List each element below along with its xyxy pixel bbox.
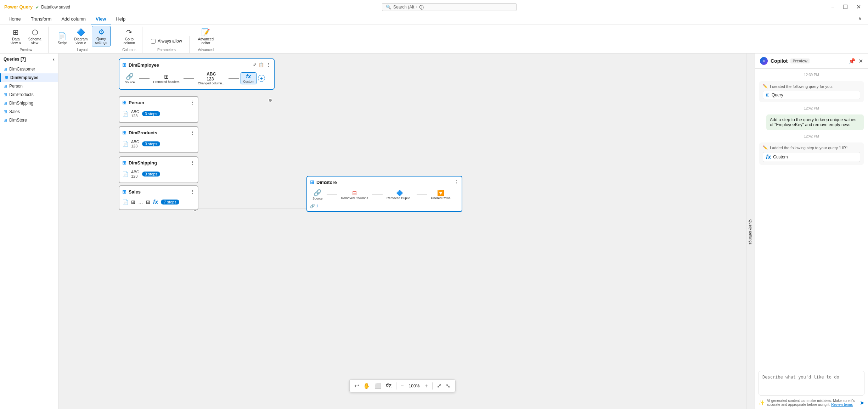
sidebar-item-dimemployee[interactable]: ⊞ DimEmployee bbox=[0, 73, 58, 82]
main-layout: Queries [7] ‹ ⊞ DimCustomer ⊞ DimEmploye… bbox=[0, 54, 868, 409]
node-sales-menu[interactable]: ⋮ bbox=[190, 189, 195, 195]
step-removed-duplicates[interactable]: 🔷 Removed Duplic... bbox=[384, 189, 415, 201]
node-dimemployee-menu[interactable]: ⋮ bbox=[266, 62, 271, 68]
table-ref-icon: ⊞ bbox=[766, 93, 770, 97]
node-dimproducts-menu[interactable]: ⋮ bbox=[190, 130, 195, 135]
tab-transform[interactable]: Transform bbox=[26, 14, 57, 24]
msg-ai-text: I added the following step to your query… bbox=[770, 146, 849, 150]
msg-system-text: I created the following query for you: bbox=[770, 84, 833, 89]
query-settings-side-label: Query settings bbox=[749, 219, 753, 245]
step-removed-columns[interactable]: ⊟ Removed Columns bbox=[339, 189, 371, 201]
schema-view-label: Schemaview bbox=[28, 37, 41, 45]
step-dimstore-source[interactable]: 🔗 Source bbox=[310, 188, 325, 201]
canvas[interactable]: ⊞ DimEmployee ⤢ 📋 ⋮ 🔗 Source ⊞ bbox=[58, 54, 746, 409]
close-button[interactable]: ✕ bbox=[853, 4, 864, 10]
script-button[interactable]: 📄 Script bbox=[54, 30, 70, 46]
search-box[interactable]: 🔍 Search (Alt + Q) bbox=[382, 3, 517, 11]
maximize-button[interactable]: ☐ bbox=[840, 4, 851, 10]
timestamp-1239: 12:39 PM bbox=[759, 73, 864, 77]
copilot-close-button[interactable]: ✕ bbox=[858, 58, 863, 65]
diagram-view-button[interactable]: 🔷 Diagramview ∨ bbox=[71, 27, 90, 46]
sidebar-item-dimcustomer[interactable]: ⊞ DimCustomer bbox=[0, 65, 58, 73]
msg-custom-ref[interactable]: fx Custom bbox=[763, 152, 860, 162]
data-view-button[interactable]: ⊞ Dataview ∨ bbox=[8, 27, 24, 46]
step-filtered-rows[interactable]: 🔽 Filtered Rows bbox=[429, 189, 453, 201]
node-dimshipping-header: ⊞ DimShipping ⋮ bbox=[122, 160, 195, 166]
sidebar-item-label: DimEmployee bbox=[10, 75, 38, 80]
timestamp-1242-1: 12:42 PM bbox=[759, 106, 864, 110]
copilot-input-field[interactable] bbox=[759, 371, 864, 396]
sidebar-item-sales[interactable]: ⊞ Sales bbox=[0, 107, 58, 116]
table-node-icon: ⊞ bbox=[122, 189, 126, 195]
step-promoted-headers[interactable]: ⊞ Promoted headers bbox=[151, 72, 182, 85]
ribbon-group-preview: ⊞ Dataview ∨ ⬡ Schemaview Preview bbox=[4, 27, 49, 53]
node-person-menu[interactable]: ⋮ bbox=[190, 100, 195, 105]
copilot-messages: 12:39 PM ✏️ I created the following quer… bbox=[755, 69, 868, 367]
node-dimshipping[interactable]: ⊞ DimShipping ⋮ 📄 ABC123 3 steps bbox=[119, 156, 198, 183]
undo-button[interactable]: ↩ bbox=[353, 381, 360, 391]
node-sales[interactable]: ⊞ Sales ⋮ 📄 ⊞ … ⊞ fx 7 steps bbox=[119, 185, 198, 210]
minimize-button[interactable]: − bbox=[828, 4, 837, 10]
sidebar-item-person[interactable]: ⊞ Person bbox=[0, 82, 58, 90]
sidebar-item-dimproducts[interactable]: ⊞ DimProducts bbox=[0, 90, 58, 99]
diagram-view-label: Diagramview ∨ bbox=[74, 37, 88, 45]
go-to-column-button[interactable]: ↷ Go tocolumn bbox=[121, 27, 138, 46]
advanced-editor-button[interactable]: 📝 Advancededitor bbox=[195, 27, 216, 46]
step-add-button[interactable]: + bbox=[258, 75, 265, 82]
zoom-in-button[interactable]: + bbox=[423, 381, 429, 391]
table-icon: ⊞ bbox=[4, 84, 7, 89]
node-person[interactable]: ⊞ Person ⋮ 📄 ABC123 3 steps bbox=[119, 96, 198, 123]
table-icon: ⊞ bbox=[4, 101, 7, 106]
always-allow-checkbox[interactable] bbox=[151, 39, 156, 44]
canvas-toolbar: ↩ ✋ ⬜ 🗺 − 100% + ⤢ ⤡ bbox=[349, 379, 455, 392]
tab-home[interactable]: Home bbox=[4, 14, 26, 24]
step-changed-column[interactable]: ABC123 Changed column... bbox=[196, 71, 227, 86]
table-icon: ⊞ bbox=[5, 75, 8, 80]
fit-vertical-button[interactable]: ⤡ bbox=[444, 381, 452, 391]
fx-icon: fx bbox=[246, 73, 251, 80]
custom-ref-label: Custom bbox=[773, 155, 788, 159]
data-view-icon: ⊞ bbox=[13, 28, 19, 37]
node-dimemployee-header-left: ⊞ DimEmployee bbox=[122, 62, 159, 68]
node-dimstore-title: DimStore bbox=[316, 180, 337, 185]
sidebar-item-dimstore[interactable]: ⊞ DimStore bbox=[0, 116, 58, 124]
zoom-out-button[interactable]: − bbox=[399, 381, 405, 391]
node-dimstore-menu[interactable]: ⋮ bbox=[454, 179, 459, 185]
node-dimstore-header: ⊞ DimStore ⋮ bbox=[310, 179, 459, 185]
rect-button[interactable]: ⬜ bbox=[373, 381, 383, 391]
table-node-icon: ⊞ bbox=[122, 100, 126, 105]
copilot-title: ✦ Copilot Preview bbox=[760, 57, 810, 65]
review-terms-link[interactable]: Review terms bbox=[831, 403, 853, 407]
node-dimproducts[interactable]: ⊞ DimProducts ⋮ 📄 ABC123 3 steps bbox=[119, 126, 198, 153]
ribbon-collapse-icon[interactable]: ∧ bbox=[855, 14, 864, 24]
tab-help[interactable]: Help bbox=[111, 14, 130, 24]
query-settings-side-panel[interactable]: Query settings bbox=[746, 54, 755, 409]
copilot-header-actions: 📌 ✕ bbox=[849, 58, 863, 65]
node-dimshipping-title: DimShipping bbox=[129, 160, 157, 166]
step-removed-duplicates-label: Removed Duplic... bbox=[387, 196, 413, 200]
expand-icon[interactable]: ⤢ bbox=[253, 62, 257, 67]
table-step-icon: ⊞ bbox=[164, 73, 169, 80]
node-dimshipping-menu[interactable]: ⋮ bbox=[190, 160, 195, 166]
msg-query-ref[interactable]: ⊞ Query bbox=[763, 91, 860, 99]
person-steps-badge: 3 steps bbox=[142, 111, 160, 116]
hand-button[interactable]: ✋ bbox=[362, 381, 372, 391]
node-dimstore[interactable]: ⊞ DimStore ⋮ 🔗 Source ⊟ Removed Columns bbox=[306, 176, 462, 212]
save-status: ✓ Dataflow saved bbox=[35, 4, 70, 10]
query-settings-button[interactable]: ⚙ Querysettings bbox=[92, 26, 110, 46]
go-to-column-icon: ↷ bbox=[126, 28, 132, 37]
copy-icon[interactable]: 📋 bbox=[259, 62, 264, 67]
tab-view[interactable]: View bbox=[91, 14, 111, 24]
sidebar-collapse-button[interactable]: ‹ bbox=[53, 56, 55, 62]
sidebar-item-dimshipping[interactable]: ⊞ DimShipping bbox=[0, 99, 58, 107]
tab-add-column[interactable]: Add column bbox=[56, 14, 91, 24]
copilot-pin-button[interactable]: 📌 bbox=[849, 58, 856, 65]
node-dimemployee[interactable]: ⊞ DimEmployee ⤢ 📋 ⋮ 🔗 Source ⊞ bbox=[119, 58, 275, 90]
step-source[interactable]: 🔗 Source bbox=[122, 72, 137, 85]
minimap-button[interactable]: 🗺 bbox=[384, 381, 393, 391]
copilot-send-button[interactable]: ➤ bbox=[860, 399, 864, 406]
node-dimemployee-actions: ⤢ 📋 ⋮ bbox=[253, 62, 271, 68]
step-custom[interactable]: fx Custom bbox=[241, 72, 257, 84]
schema-view-button[interactable]: ⬡ Schemaview bbox=[26, 27, 44, 46]
fit-horizontal-button[interactable]: ⤢ bbox=[435, 381, 443, 391]
